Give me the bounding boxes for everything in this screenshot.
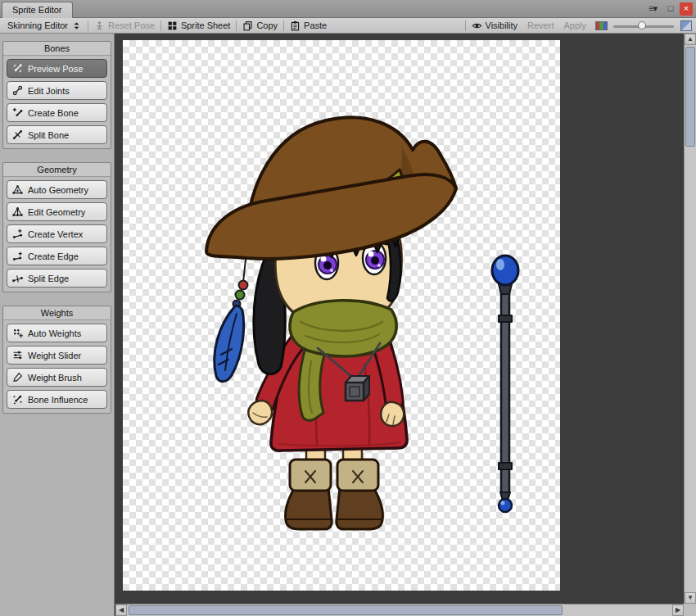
- maximize-icon[interactable]: □: [664, 2, 677, 16]
- create-vertex-button[interactable]: Create Vertex: [7, 224, 107, 243]
- apply-label: Apply: [563, 20, 586, 30]
- tab-sprite-editor[interactable]: Sprite Editor: [2, 2, 73, 18]
- paste-label: Paste: [304, 20, 327, 30]
- editor-mode-label: Skinning Editor: [7, 20, 68, 30]
- auto-geometry-label: Auto Geometry: [28, 185, 88, 195]
- split-edge-button[interactable]: Split Edge: [7, 269, 107, 288]
- horizontal-scrollbar[interactable]: ◀ ▶: [115, 604, 684, 616]
- weights-panel: Weights Auto Weights Weight Slider Weigh…: [2, 306, 111, 414]
- rgb-swatch-icon[interactable]: [595, 21, 608, 30]
- editor-mode-dropdown[interactable]: Skinning Editor: [2, 19, 87, 33]
- reset-pose-label: Reset Pose: [108, 20, 155, 30]
- witch-hat: [206, 117, 456, 259]
- toolbar-separator: [236, 20, 237, 31]
- auto-weights-button[interactable]: Auto Weights: [7, 324, 107, 342]
- scroll-left-icon[interactable]: ◀: [115, 605, 127, 616]
- create-vertex-icon: [12, 229, 23, 239]
- visibility-eye-icon: [472, 20, 482, 31]
- zoom-slider[interactable]: [613, 19, 674, 33]
- copy-button[interactable]: Copy: [237, 19, 282, 33]
- apply-button[interactable]: Apply: [558, 19, 591, 33]
- close-icon[interactable]: ×: [680, 2, 693, 16]
- bone-influence-icon: [12, 394, 23, 405]
- create-bone-label: Create Bone: [28, 108, 79, 118]
- visibility-button[interactable]: Visibility: [467, 19, 523, 33]
- create-edge-icon: [12, 251, 23, 261]
- toolbar-separator: [160, 20, 161, 31]
- create-vertex-label: Create Vertex: [28, 229, 83, 239]
- edit-joints-button[interactable]: Edit Joints: [7, 81, 107, 100]
- create-bone-icon: [12, 107, 23, 118]
- weight-slider-label: Weight Slider: [28, 351, 81, 360]
- weight-brush-button[interactable]: Weight Brush: [7, 368, 107, 387]
- revert-label: Revert: [527, 20, 554, 30]
- preview-pose-button[interactable]: Preview Pose: [7, 59, 107, 78]
- sprite-sheet-label: Sprite Sheet: [181, 20, 231, 30]
- preview-pose-icon: [12, 63, 23, 74]
- tool-sidebar: Bones Preview Pose Edit Joints Create Bo…: [0, 34, 115, 616]
- bones-panel-title: Bones: [3, 42, 111, 56]
- auto-weights-icon: [12, 328, 23, 338]
- create-edge-label: Create Edge: [28, 251, 79, 261]
- scarf-wrap: [290, 301, 396, 356]
- paste-icon: [290, 20, 301, 31]
- scroll-down-icon[interactable]: ▼: [685, 592, 696, 604]
- toolbar: Skinning Editor Reset Pose Sprite Sheet …: [0, 18, 696, 34]
- scroll-up-icon[interactable]: ▲: [685, 34, 696, 45]
- weight-brush-label: Weight Brush: [28, 373, 82, 383]
- split-bone-label: Split Bone: [28, 130, 69, 140]
- character-sprite: [206, 117, 456, 529]
- window-controls: ≡▾ □ ×: [644, 2, 693, 16]
- bone-influence-button[interactable]: Bone Influence: [7, 390, 107, 409]
- boots: [286, 460, 383, 529]
- split-edge-icon: [12, 273, 23, 283]
- copy-icon: [242, 20, 253, 31]
- preview-pose-label: Preview Pose: [28, 64, 83, 74]
- sprite-sheet-icon: [167, 20, 178, 31]
- auto-geometry-button[interactable]: Auto Geometry: [7, 180, 107, 199]
- toolbar-separator: [88, 20, 88, 31]
- scrollbar-corner: [684, 604, 696, 616]
- tab-strip: Sprite Editor ≡▾ □ ×: [0, 0, 696, 18]
- geometry-panel-title: Geometry: [3, 163, 111, 177]
- split-edge-label: Split Edge: [28, 274, 69, 283]
- editor-canvas[interactable]: [115, 34, 684, 604]
- bones-panel: Bones Preview Pose Edit Joints Create Bo…: [2, 41, 111, 149]
- zoom-slider-thumb[interactable]: [638, 21, 646, 29]
- horizontal-scrollbar-thumb[interactable]: [129, 605, 563, 615]
- edit-geometry-label: Edit Geometry: [28, 207, 85, 217]
- split-bone-icon: [12, 129, 23, 140]
- edit-geometry-button[interactable]: Edit Geometry: [7, 202, 107, 221]
- staff-sprite: [492, 256, 518, 512]
- create-edge-button[interactable]: Create Edge: [7, 247, 107, 265]
- reset-pose-button[interactable]: Reset Pose: [89, 19, 160, 33]
- weight-slider-button[interactable]: Weight Slider: [7, 346, 107, 365]
- edit-geometry-icon: [12, 206, 23, 217]
- edit-joints-icon: [12, 85, 23, 96]
- auto-weights-label: Auto Weights: [28, 328, 81, 338]
- edit-joints-label: Edit Joints: [28, 86, 70, 96]
- create-bone-button[interactable]: Create Bone: [7, 103, 107, 122]
- toolbar-separator: [283, 20, 284, 31]
- weights-panel-title: Weights: [3, 306, 111, 320]
- split-bone-button[interactable]: Split Bone: [7, 125, 107, 144]
- reset-pose-icon: [94, 20, 105, 31]
- paste-button[interactable]: Paste: [285, 19, 332, 33]
- visibility-label: Visibility: [486, 20, 518, 30]
- feather-charm: [215, 260, 248, 382]
- bone-influence-label: Bone Influence: [28, 395, 88, 405]
- scroll-right-icon[interactable]: ▶: [672, 605, 684, 616]
- weight-brush-icon: [12, 372, 23, 383]
- window-menu-icon[interactable]: ≡▾: [644, 2, 662, 16]
- revert-button[interactable]: Revert: [522, 19, 558, 33]
- sprite-viewport[interactable]: [123, 40, 560, 591]
- vertical-scrollbar-thumb[interactable]: [685, 47, 695, 147]
- vertical-scrollbar[interactable]: ▲ ▼: [684, 34, 696, 604]
- geometry-panel: Geometry Auto Geometry Edit Geometry Cre…: [2, 162, 111, 292]
- sprite-editor-window: Sprite Editor ≡▾ □ × Skinning Editor Res…: [0, 0, 696, 616]
- sprite-canvas-svg[interactable]: [123, 40, 560, 591]
- auto-geometry-icon: [12, 184, 23, 195]
- overlay-toggle-icon[interactable]: [680, 20, 692, 31]
- sprite-sheet-button[interactable]: Sprite Sheet: [162, 19, 236, 33]
- updown-arrows-icon: [71, 20, 82, 31]
